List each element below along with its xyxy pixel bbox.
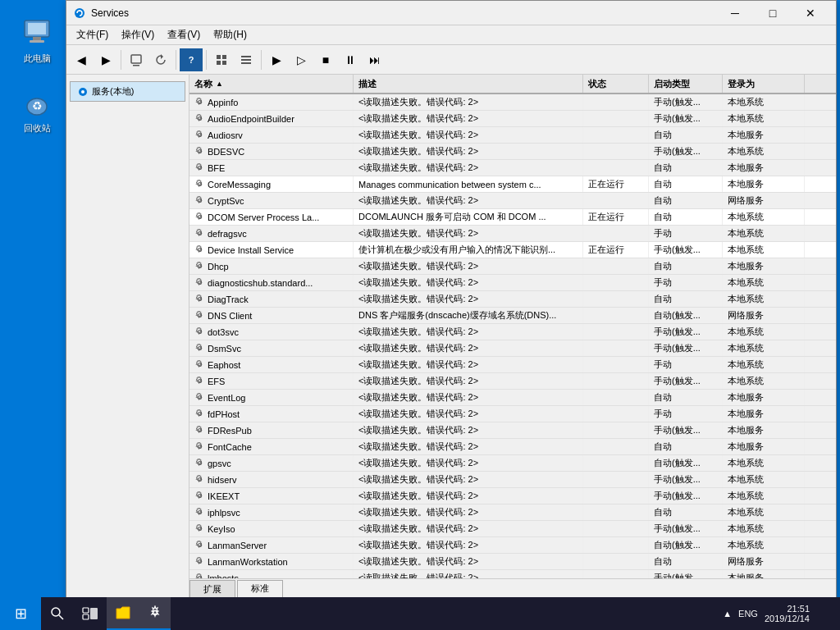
table-row[interactable]: iphlpsvc<读取描述失败。错误代码: 2>自动本地系统 <box>189 504 836 521</box>
stop-button[interactable]: ■ <box>314 48 337 71</box>
left-panel: 服务(本地) <box>66 75 189 598</box>
maximize-button[interactable]: □ <box>754 1 792 25</box>
desktop-icon-recycle[interactable]: ♻ 回收站 <box>12 86 62 135</box>
service-login-cell: 本地系统 <box>723 242 805 258</box>
table-row[interactable]: Device Install Service使计算机在极少或没有用户输入的情况下… <box>189 242 836 258</box>
desktop-icon-computer[interactable]: 此电脑 <box>12 16 62 65</box>
service-startup-cell: 自动 <box>649 390 723 405</box>
table-row[interactable]: Eaphost<读取描述失败。错误代码: 2>手动本地系统 <box>189 357 836 373</box>
table-row[interactable]: LanmanWorkstation<读取描述失败。错误代码: 2>自动网络服务 <box>189 554 836 570</box>
service-startup-cell: 手动(触发... <box>649 488 723 504</box>
view-toggle-1[interactable] <box>210 48 233 71</box>
file-explorer-icon <box>115 605 131 620</box>
service-status-cell: 正在运行 <box>583 209 649 225</box>
taskbar-file-explorer[interactable] <box>107 597 139 630</box>
service-desc-cell: 使计算机在极少或没有用户输入的情况下能识别... <box>354 242 583 258</box>
view-toggle-2[interactable] <box>235 48 258 71</box>
table-row[interactable]: EventLog<读取描述失败。错误代码: 2>自动本地服务 <box>189 390 836 406</box>
table-row[interactable]: diagnosticshub.standard...<读取描述失败。错误代码: … <box>189 275 836 291</box>
resume-button[interactable]: ⏭ <box>363 48 386 71</box>
table-row[interactable]: Appinfo<读取描述失败。错误代码: 2>手动(触发...本地系统 <box>189 94 836 111</box>
table-row[interactable]: BFE<读取描述失败。错误代码: 2>自动本地服务 <box>189 160 836 176</box>
service-login-cell: 本地系统 <box>723 488 805 504</box>
svg-rect-9 <box>133 65 139 66</box>
table-row[interactable]: DsmSvc<读取描述失败。错误代码: 2>手动(触发...本地系统 <box>189 340 836 357</box>
table-row[interactable]: fdPHost<读取描述失败。错误代码: 2>手动本地服务 <box>189 406 836 422</box>
up-button[interactable] <box>125 48 148 71</box>
language-indicator[interactable]: ENG <box>738 609 758 619</box>
menu-view[interactable]: 查看(V) <box>161 25 207 45</box>
table-row[interactable]: defragsvc<读取描述失败。错误代码: 2>手动本地系统 <box>189 226 836 242</box>
table-row[interactable]: FDResPub<读取描述失败。错误代码: 2>手动(触发...本地服务 <box>189 422 836 439</box>
pause-button[interactable]: ⏸ <box>339 48 362 71</box>
table-row[interactable]: FontCache<读取描述失败。错误代码: 2>自动本地服务 <box>189 439 836 455</box>
start-service-button[interactable]: ▶ <box>265 48 288 71</box>
col-header-status[interactable]: 状态 <box>583 75 649 93</box>
toolbar-separator-1 <box>121 50 121 70</box>
taskbar-settings[interactable] <box>139 597 171 630</box>
table-row[interactable]: EFS<读取描述失败。错误代码: 2>手动(触发...本地系统 <box>189 373 836 390</box>
svg-rect-53 <box>83 614 89 619</box>
service-login-cell: 本地系统 <box>723 94 805 110</box>
svg-rect-13 <box>217 61 221 65</box>
show-desktop-button[interactable] <box>816 608 832 620</box>
taskbar-clock[interactable]: 21:51 2019/12/14 <box>765 604 810 623</box>
svg-rect-52 <box>83 608 89 613</box>
menu-help[interactable]: 帮助(H) <box>207 25 253 45</box>
start-service-button-2[interactable]: ▷ <box>290 48 313 71</box>
col-header-description[interactable]: 描述 <box>354 75 583 93</box>
table-row[interactable]: Audiosrv<读取描述失败。错误代码: 2>自动本地服务 <box>189 127 836 144</box>
service-startup-cell: 手动(触发... <box>649 111 723 126</box>
service-status-cell <box>583 488 649 504</box>
service-desc-cell: <读取描述失败。错误代码: 2> <box>354 226 583 241</box>
table-row[interactable]: DNS ClientDNS 客户端服务(dnscache)缓存域名系统(DNS)… <box>189 308 836 324</box>
taskbar-search[interactable] <box>41 597 74 630</box>
main-content: 服务(本地) 名称 ▲ 描述 状态 <box>66 75 836 598</box>
table-row[interactable]: DiagTrack<读取描述失败。错误代码: 2>自动本地系统 <box>189 291 836 308</box>
table-row[interactable]: dot3svc<读取描述失败。错误代码: 2>手动(触发...本地系统 <box>189 324 836 340</box>
table-row[interactable]: CryptSvc<读取描述失败。错误代码: 2>自动网络服务 <box>189 193 836 209</box>
forward-button[interactable]: ▶ <box>94 48 117 71</box>
list-body[interactable]: Appinfo<读取描述失败。错误代码: 2>手动(触发...本地系统 Audi… <box>189 94 836 578</box>
table-row[interactable]: lmhosts<读取描述失败。错误代码: 2>手动(触发...本地服务 <box>189 570 836 578</box>
service-status-cell <box>583 291 649 307</box>
col-header-startup[interactable]: 启动类型 <box>649 75 723 93</box>
service-startup-cell: 自动(触发... <box>649 537 723 553</box>
table-row[interactable]: hidserv<读取描述失败。错误代码: 2>手动(触发...本地系统 <box>189 472 836 488</box>
service-desc-cell: <读取描述失败。错误代码: 2> <box>354 422 583 438</box>
back-button[interactable]: ◀ <box>70 48 93 71</box>
local-services-item[interactable]: 服务(本地) <box>70 81 185 102</box>
table-row[interactable]: DCOM Server Process La...DCOMLAUNCH 服务可启… <box>189 209 836 226</box>
table-row[interactable]: CoreMessagingManages communication betwe… <box>189 176 836 193</box>
service-startup-cell: 手动(触发... <box>649 144 723 159</box>
tab-standard[interactable]: 标准 <box>237 580 283 598</box>
table-row[interactable]: KeyIso<读取描述失败。错误代码: 2>手动(触发...本地系统 <box>189 521 836 537</box>
svg-rect-16 <box>241 59 251 61</box>
start-button[interactable]: ⊞ <box>0 597 41 630</box>
tab-extended[interactable]: 扩展 <box>189 580 235 598</box>
refresh-button[interactable] <box>149 48 172 71</box>
col-header-name[interactable]: 名称 ▲ <box>189 75 354 93</box>
close-button[interactable]: ✕ <box>792 1 829 25</box>
table-row[interactable]: LanmanServer<读取描述失败。错误代码: 2>自动(触发...本地系统 <box>189 537 836 554</box>
service-startup-cell: 自动(触发... <box>649 308 723 323</box>
table-row[interactable]: gpsvc<读取描述失败。错误代码: 2>自动(触发...本地系统 <box>189 455 836 472</box>
menu-action[interactable]: 操作(V) <box>115 25 161 45</box>
table-row[interactable]: BDESVC<读取描述失败。错误代码: 2>手动(触发...本地系统 <box>189 144 836 160</box>
right-panel: 名称 ▲ 描述 状态 启动类型 登录为 <box>189 75 836 598</box>
notification-arrow[interactable]: ▲ <box>723 609 732 619</box>
table-row[interactable]: AudioEndpointBuilder<读取描述失败。错误代码: 2>手动(触… <box>189 111 836 127</box>
minimize-button[interactable]: ─ <box>716 1 754 25</box>
taskbar-task-view[interactable] <box>74 597 107 630</box>
help-button[interactable]: ? <box>180 48 203 71</box>
service-status-cell <box>583 472 649 487</box>
col-header-login[interactable]: 登录为 <box>723 75 805 93</box>
table-row[interactable]: IKEEXT<读取描述失败。错误代码: 2>手动(触发...本地系统 <box>189 488 836 504</box>
service-name-cell: Device Install Service <box>189 242 354 258</box>
service-name-cell: Eaphost <box>189 357 354 372</box>
menu-file[interactable]: 文件(F) <box>70 25 115 45</box>
service-status-cell <box>583 226 649 241</box>
table-row[interactable]: Dhcp<读取描述失败。错误代码: 2>自动本地服务 <box>189 258 836 275</box>
service-desc-cell: <读取描述失败。错误代码: 2> <box>354 291 583 307</box>
service-status-cell <box>583 258 649 274</box>
